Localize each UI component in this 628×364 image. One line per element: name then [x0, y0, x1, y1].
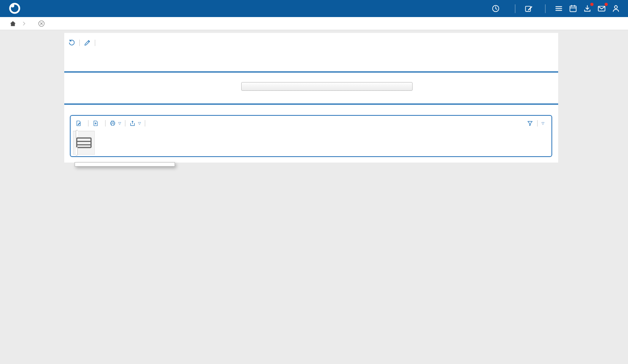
- column-header-actions: [73, 131, 95, 155]
- create-vz-button[interactable]: [524, 4, 536, 13]
- filter-selector[interactable]: ▽: [542, 122, 547, 125]
- content-card: ▽ ▽ ▽: [64, 33, 558, 163]
- send-request-button[interactable]: [241, 82, 413, 91]
- export-grid-button[interactable]: ▽: [129, 120, 141, 126]
- divider: [515, 4, 515, 13]
- record-toolbar: [64, 35, 558, 49]
- chevron-down-icon: ▽: [118, 122, 121, 125]
- header-actions: [492, 4, 620, 13]
- pencil-square-icon: [524, 4, 533, 13]
- register-offer-button[interactable]: [75, 120, 84, 126]
- export-icon: [129, 120, 136, 126]
- grid-filter-area: ▽: [527, 120, 547, 126]
- clock-icon: [492, 4, 500, 13]
- home-icon[interactable]: [10, 20, 16, 27]
- close-record-icon[interactable]: [38, 20, 45, 27]
- divider: [95, 40, 95, 46]
- page-background: ▽ ▽ ▽: [0, 30, 628, 163]
- offers-table: [73, 131, 549, 155]
- divider: [88, 120, 88, 126]
- printer-icon: [109, 120, 116, 126]
- breadcrumb: [0, 17, 628, 30]
- section-rule: [64, 71, 558, 73]
- divider: [537, 120, 538, 126]
- divider: [145, 120, 145, 126]
- nen-logo[interactable]: [9, 2, 26, 15]
- offers-grid-panel: ▽ ▽ ▽: [70, 115, 552, 157]
- divider: [105, 120, 106, 126]
- chevron-right-icon: [23, 21, 25, 26]
- download-offers-button[interactable]: [92, 120, 101, 126]
- calendar-icon[interactable]: [569, 4, 577, 13]
- section-rule: [64, 103, 558, 105]
- history-icon[interactable]: [68, 39, 75, 46]
- table-header-row: [73, 131, 549, 155]
- grid-body: [73, 131, 549, 155]
- row-context-menu: [75, 162, 175, 167]
- grid-toolbar: ▽ ▽ ▽: [73, 118, 549, 131]
- download-icon[interactable]: [583, 4, 592, 13]
- document-edit-icon: [75, 120, 82, 126]
- filter-funnel-icon[interactable]: [527, 120, 533, 126]
- edit-pencil-icon[interactable]: [84, 39, 91, 46]
- divider: [545, 4, 545, 13]
- user-icon[interactable]: [612, 4, 620, 13]
- column-settings-icon[interactable]: [76, 130, 92, 155]
- document-download-icon: [92, 120, 99, 126]
- hamburger-menu-icon[interactable]: [555, 4, 563, 13]
- chevron-down-icon: ▽: [138, 122, 141, 125]
- divider: [125, 120, 125, 126]
- mail-icon[interactable]: [597, 4, 606, 13]
- nen-logo-icon: [9, 2, 21, 14]
- app-header: [0, 0, 628, 17]
- tab-bar: [64, 52, 558, 63]
- divider: [79, 40, 80, 46]
- print-grid-button[interactable]: ▽: [109, 120, 121, 126]
- mail-badge: [605, 3, 608, 6]
- download-badge: [590, 3, 593, 6]
- chevron-down-icon: ▽: [542, 122, 544, 125]
